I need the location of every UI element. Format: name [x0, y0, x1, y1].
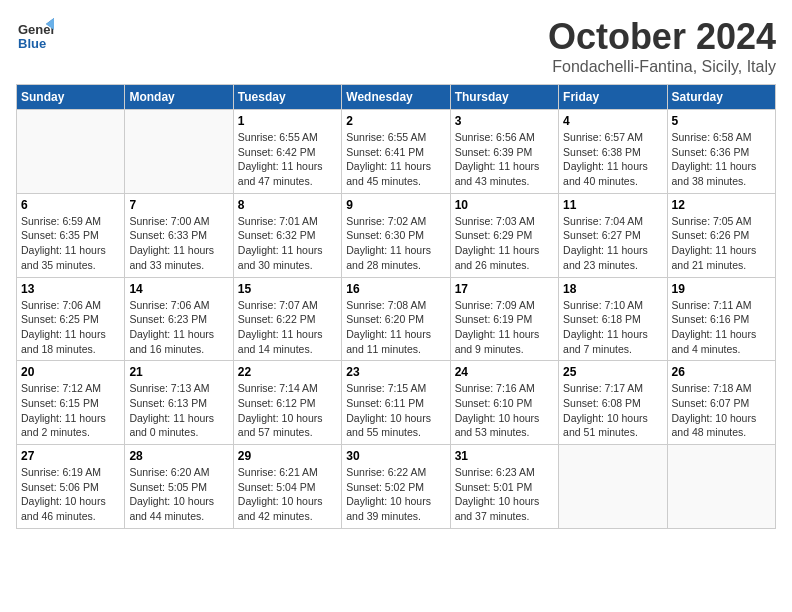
- day-number: 31: [455, 449, 554, 463]
- day-detail: Sunrise: 7:18 AMSunset: 6:07 PMDaylight:…: [672, 381, 771, 440]
- day-number: 17: [455, 282, 554, 296]
- day-detail: Sunrise: 7:05 AMSunset: 6:26 PMDaylight:…: [672, 214, 771, 273]
- day-detail: Sunrise: 6:56 AMSunset: 6:39 PMDaylight:…: [455, 130, 554, 189]
- calendar-cell-w3-d6: 19Sunrise: 7:11 AMSunset: 6:16 PMDayligh…: [667, 277, 775, 361]
- calendar-cell-w4-d1: 21Sunrise: 7:13 AMSunset: 6:13 PMDayligh…: [125, 361, 233, 445]
- calendar-cell-w5-d2: 29Sunrise: 6:21 AMSunset: 5:04 PMDayligh…: [233, 445, 341, 529]
- weekday-header-tuesday: Tuesday: [233, 85, 341, 110]
- calendar-cell-w3-d0: 13Sunrise: 7:06 AMSunset: 6:25 PMDayligh…: [17, 277, 125, 361]
- day-detail: Sunrise: 6:20 AMSunset: 5:05 PMDaylight:…: [129, 465, 228, 524]
- calendar-cell-w3-d3: 16Sunrise: 7:08 AMSunset: 6:20 PMDayligh…: [342, 277, 450, 361]
- day-detail: Sunrise: 7:00 AMSunset: 6:33 PMDaylight:…: [129, 214, 228, 273]
- page-header: General Blue October 2024 Fondachelli-Fa…: [16, 16, 776, 76]
- day-detail: Sunrise: 7:10 AMSunset: 6:18 PMDaylight:…: [563, 298, 662, 357]
- day-number: 30: [346, 449, 445, 463]
- calendar-cell-w2-d2: 8Sunrise: 7:01 AMSunset: 6:32 PMDaylight…: [233, 193, 341, 277]
- day-detail: Sunrise: 6:59 AMSunset: 6:35 PMDaylight:…: [21, 214, 120, 273]
- calendar-cell-w5-d6: [667, 445, 775, 529]
- month-title: October 2024: [548, 16, 776, 58]
- day-detail: Sunrise: 7:04 AMSunset: 6:27 PMDaylight:…: [563, 214, 662, 273]
- weekday-header-wednesday: Wednesday: [342, 85, 450, 110]
- day-number: 21: [129, 365, 228, 379]
- day-number: 26: [672, 365, 771, 379]
- day-number: 23: [346, 365, 445, 379]
- calendar-cell-w5-d1: 28Sunrise: 6:20 AMSunset: 5:05 PMDayligh…: [125, 445, 233, 529]
- calendar-cell-w1-d6: 5Sunrise: 6:58 AMSunset: 6:36 PMDaylight…: [667, 110, 775, 194]
- calendar-cell-w1-d5: 4Sunrise: 6:57 AMSunset: 6:38 PMDaylight…: [559, 110, 667, 194]
- calendar-cell-w3-d2: 15Sunrise: 7:07 AMSunset: 6:22 PMDayligh…: [233, 277, 341, 361]
- day-detail: Sunrise: 7:15 AMSunset: 6:11 PMDaylight:…: [346, 381, 445, 440]
- day-number: 13: [21, 282, 120, 296]
- day-number: 18: [563, 282, 662, 296]
- day-detail: Sunrise: 7:02 AMSunset: 6:30 PMDaylight:…: [346, 214, 445, 273]
- weekday-header-monday: Monday: [125, 85, 233, 110]
- day-number: 2: [346, 114, 445, 128]
- logo: General Blue: [16, 16, 54, 54]
- location: Fondachelli-Fantina, Sicily, Italy: [548, 58, 776, 76]
- calendar-cell-w4-d3: 23Sunrise: 7:15 AMSunset: 6:11 PMDayligh…: [342, 361, 450, 445]
- calendar-cell-w5-d0: 27Sunrise: 6:19 AMSunset: 5:06 PMDayligh…: [17, 445, 125, 529]
- day-number: 9: [346, 198, 445, 212]
- day-number: 14: [129, 282, 228, 296]
- day-number: 19: [672, 282, 771, 296]
- calendar-cell-w2-d1: 7Sunrise: 7:00 AMSunset: 6:33 PMDaylight…: [125, 193, 233, 277]
- day-detail: Sunrise: 6:57 AMSunset: 6:38 PMDaylight:…: [563, 130, 662, 189]
- day-number: 5: [672, 114, 771, 128]
- day-detail: Sunrise: 7:03 AMSunset: 6:29 PMDaylight:…: [455, 214, 554, 273]
- calendar-cell-w2-d3: 9Sunrise: 7:02 AMSunset: 6:30 PMDaylight…: [342, 193, 450, 277]
- day-detail: Sunrise: 6:55 AMSunset: 6:42 PMDaylight:…: [238, 130, 337, 189]
- week-row-4: 20Sunrise: 7:12 AMSunset: 6:15 PMDayligh…: [17, 361, 776, 445]
- day-number: 10: [455, 198, 554, 212]
- day-detail: Sunrise: 6:58 AMSunset: 6:36 PMDaylight:…: [672, 130, 771, 189]
- calendar-cell-w3-d1: 14Sunrise: 7:06 AMSunset: 6:23 PMDayligh…: [125, 277, 233, 361]
- weekday-header-thursday: Thursday: [450, 85, 558, 110]
- calendar-cell-w5-d5: [559, 445, 667, 529]
- calendar-cell-w2-d6: 12Sunrise: 7:05 AMSunset: 6:26 PMDayligh…: [667, 193, 775, 277]
- calendar-cell-w4-d5: 25Sunrise: 7:17 AMSunset: 6:08 PMDayligh…: [559, 361, 667, 445]
- day-detail: Sunrise: 7:11 AMSunset: 6:16 PMDaylight:…: [672, 298, 771, 357]
- day-number: 20: [21, 365, 120, 379]
- calendar-cell-w1-d4: 3Sunrise: 6:56 AMSunset: 6:39 PMDaylight…: [450, 110, 558, 194]
- calendar-cell-w1-d0: [17, 110, 125, 194]
- day-number: 3: [455, 114, 554, 128]
- day-detail: Sunrise: 7:06 AMSunset: 6:23 PMDaylight:…: [129, 298, 228, 357]
- calendar-cell-w2-d5: 11Sunrise: 7:04 AMSunset: 6:27 PMDayligh…: [559, 193, 667, 277]
- week-row-2: 6Sunrise: 6:59 AMSunset: 6:35 PMDaylight…: [17, 193, 776, 277]
- day-detail: Sunrise: 7:17 AMSunset: 6:08 PMDaylight:…: [563, 381, 662, 440]
- day-number: 8: [238, 198, 337, 212]
- day-number: 29: [238, 449, 337, 463]
- calendar-cell-w3-d4: 17Sunrise: 7:09 AMSunset: 6:19 PMDayligh…: [450, 277, 558, 361]
- day-detail: Sunrise: 7:09 AMSunset: 6:19 PMDaylight:…: [455, 298, 554, 357]
- day-number: 11: [563, 198, 662, 212]
- week-row-5: 27Sunrise: 6:19 AMSunset: 5:06 PMDayligh…: [17, 445, 776, 529]
- day-number: 6: [21, 198, 120, 212]
- day-detail: Sunrise: 7:14 AMSunset: 6:12 PMDaylight:…: [238, 381, 337, 440]
- calendar-cell-w5-d4: 31Sunrise: 6:23 AMSunset: 5:01 PMDayligh…: [450, 445, 558, 529]
- calendar-cell-w5-d3: 30Sunrise: 6:22 AMSunset: 5:02 PMDayligh…: [342, 445, 450, 529]
- day-detail: Sunrise: 7:07 AMSunset: 6:22 PMDaylight:…: [238, 298, 337, 357]
- calendar-cell-w4-d4: 24Sunrise: 7:16 AMSunset: 6:10 PMDayligh…: [450, 361, 558, 445]
- week-row-1: 1Sunrise: 6:55 AMSunset: 6:42 PMDaylight…: [17, 110, 776, 194]
- calendar-cell-w1-d1: [125, 110, 233, 194]
- day-detail: Sunrise: 6:21 AMSunset: 5:04 PMDaylight:…: [238, 465, 337, 524]
- calendar-cell-w2-d4: 10Sunrise: 7:03 AMSunset: 6:29 PMDayligh…: [450, 193, 558, 277]
- weekday-header-sunday: Sunday: [17, 85, 125, 110]
- day-number: 27: [21, 449, 120, 463]
- day-number: 25: [563, 365, 662, 379]
- day-detail: Sunrise: 7:01 AMSunset: 6:32 PMDaylight:…: [238, 214, 337, 273]
- title-block: October 2024 Fondachelli-Fantina, Sicily…: [548, 16, 776, 76]
- calendar-cell-w3-d5: 18Sunrise: 7:10 AMSunset: 6:18 PMDayligh…: [559, 277, 667, 361]
- day-number: 16: [346, 282, 445, 296]
- day-detail: Sunrise: 7:13 AMSunset: 6:13 PMDaylight:…: [129, 381, 228, 440]
- calendar-cell-w4-d0: 20Sunrise: 7:12 AMSunset: 6:15 PMDayligh…: [17, 361, 125, 445]
- day-detail: Sunrise: 6:19 AMSunset: 5:06 PMDaylight:…: [21, 465, 120, 524]
- day-number: 12: [672, 198, 771, 212]
- week-row-3: 13Sunrise: 7:06 AMSunset: 6:25 PMDayligh…: [17, 277, 776, 361]
- weekday-header-saturday: Saturday: [667, 85, 775, 110]
- svg-text:Blue: Blue: [18, 36, 46, 51]
- calendar-cell-w2-d0: 6Sunrise: 6:59 AMSunset: 6:35 PMDaylight…: [17, 193, 125, 277]
- logo-icon: General Blue: [16, 16, 54, 54]
- calendar-cell-w1-d3: 2Sunrise: 6:55 AMSunset: 6:41 PMDaylight…: [342, 110, 450, 194]
- day-number: 15: [238, 282, 337, 296]
- day-number: 4: [563, 114, 662, 128]
